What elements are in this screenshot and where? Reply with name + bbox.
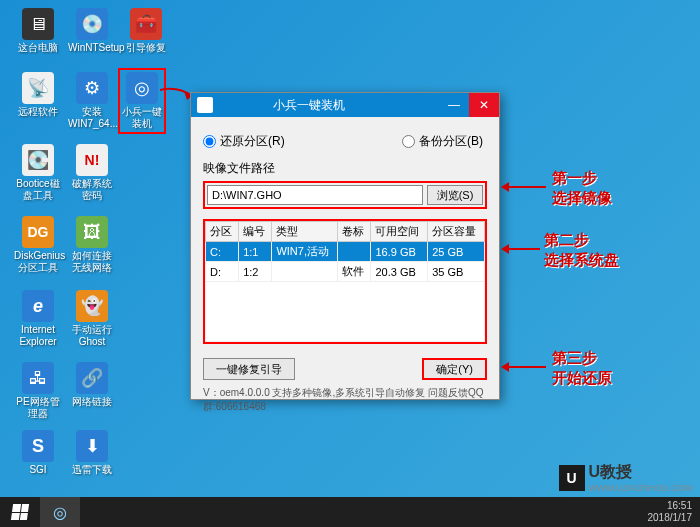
desktop-icon-bootice[interactable]: 💽 Bootice磁盘工具: [14, 144, 62, 202]
icon-label: PE网络管理器: [14, 396, 62, 420]
system-tray[interactable]: 16:51 2018/1/17: [648, 500, 701, 524]
desktop-icon-pe-network[interactable]: 🖧 PE网络管理器: [14, 362, 62, 420]
path-label: 映像文件路径: [203, 160, 487, 177]
col-volume: 卷标: [338, 222, 371, 242]
partition-table[interactable]: 分区 编号 类型 卷标 可用空间 分区容量 C: 1:1 WIN7,活动 16: [203, 219, 487, 344]
image-icon: 🖼: [76, 216, 108, 248]
desktop-icon-boot-repair[interactable]: 🧰 引导修复: [122, 8, 170, 54]
col-type: 类型: [272, 222, 338, 242]
network-icon: 🖧: [22, 362, 54, 394]
taskbar-app-icon[interactable]: ◎: [40, 497, 80, 527]
icon-label: Internet Explorer: [14, 324, 62, 348]
dg-icon: DG: [22, 216, 54, 248]
monitor-icon: 🖥: [22, 8, 54, 40]
col-partition: 分区: [206, 222, 239, 242]
desktop-icon-network-connections[interactable]: 🔗 网络链接: [68, 362, 116, 408]
desktop-icon-diskgenius[interactable]: DG DiskGenius分区工具: [14, 216, 62, 274]
ie-icon: e: [22, 290, 54, 322]
tray-date: 2018/1/17: [648, 512, 693, 524]
disk-icon: 💽: [22, 144, 54, 176]
icon-label: 安装WIN7_64...: [68, 106, 116, 130]
col-size: 分区容量: [428, 222, 485, 242]
desktop-icon-remote[interactable]: 📡 远程软件: [14, 72, 62, 118]
disc-icon: 💿: [76, 8, 108, 40]
icon-label: 如何连接无线网络: [68, 250, 116, 274]
ghost-icon: 👻: [76, 290, 108, 322]
desktop-icon-thunder[interactable]: ⬇ 迅雷下载: [68, 430, 116, 476]
table-row[interactable]: C: 1:1 WIN7,活动 16.9 GB 25 GB: [206, 242, 485, 262]
icon-label: 网络链接: [68, 396, 116, 408]
icon-label: 破解系统密码: [68, 178, 116, 202]
icon-label: 迅雷下载: [68, 464, 116, 476]
radio-restore-input[interactable]: [203, 135, 216, 148]
icon-label: 小兵一键装机: [122, 106, 162, 130]
desktop-icon-winntsetup[interactable]: 💿 WinNTSetup: [68, 8, 116, 54]
desktop-icon-ie[interactable]: e Internet Explorer: [14, 290, 62, 348]
sgi-icon: S: [22, 430, 54, 462]
image-path-input[interactable]: [207, 185, 423, 205]
icon-label: 引导修复: [122, 42, 170, 54]
annotation-step2: 第二步 选择系统盘: [544, 230, 619, 270]
radio-backup[interactable]: 备份分区(B): [402, 133, 483, 150]
app-icon: ◎: [126, 72, 158, 104]
icon-label: WinNTSetup: [68, 42, 116, 54]
icon-label: SGI: [14, 464, 62, 476]
download-icon: ⬇: [76, 430, 108, 462]
icon-label: 手动运行Ghost: [68, 324, 116, 348]
start-button[interactable]: [0, 497, 40, 527]
remote-icon: 📡: [22, 72, 54, 104]
repair-boot-button[interactable]: 一键修复引导: [203, 358, 295, 380]
toolbox-icon: 🧰: [130, 8, 162, 40]
radio-restore[interactable]: 还原分区(R): [203, 133, 285, 150]
arrow-step2: [504, 248, 540, 250]
close-button[interactable]: ✕: [469, 93, 499, 117]
gear-icon: ⚙: [76, 72, 108, 104]
table-header-row: 分区 编号 类型 卷标 可用空间 分区容量: [206, 222, 485, 242]
icon-label: Bootice磁盘工具: [14, 178, 62, 202]
minimize-button[interactable]: —: [439, 93, 469, 117]
desktop-icon-xiaobing[interactable]: ◎ 小兵一键装机: [118, 68, 166, 134]
desktop-icon-install-win7[interactable]: ⚙ 安装WIN7_64...: [68, 72, 116, 130]
table-row[interactable]: D: 1:2 软件 20.3 GB 35 GB: [206, 262, 485, 282]
col-free: 可用空间: [371, 222, 428, 242]
desktop-icon-ghost[interactable]: 👻 手动运行Ghost: [68, 290, 116, 348]
nt-icon: N!: [76, 144, 108, 176]
annotation-step3: 第三步 开始还原: [552, 348, 612, 388]
logo-icon: U: [559, 465, 585, 491]
arrow-step3: [504, 366, 546, 368]
tray-time: 16:51: [648, 500, 693, 512]
link-icon: 🔗: [76, 362, 108, 394]
radio-backup-input[interactable]: [402, 135, 415, 148]
version-info: V：oem4.0.0.0 支持多种镜像,多系统引导自动修复 问题反馈QQ群:60…: [203, 380, 487, 414]
app-title-icon: [197, 97, 213, 113]
icon-label: DiskGenius分区工具: [14, 250, 62, 274]
path-row: 浏览(S): [203, 181, 487, 209]
radio-label: 还原分区(R): [220, 133, 285, 150]
arrow-step1: [504, 186, 546, 188]
browse-button[interactable]: 浏览(S): [427, 185, 483, 205]
desktop-icon-this-pc[interactable]: 🖥 这台电脑: [14, 8, 62, 54]
watermark-logo: U U教授 WWW.UJIAOSHOU.COM: [559, 462, 693, 493]
app-window: 小兵一键装机 — ✕ 还原分区(R) 备份分区(B) 映像文件路径 浏览(S): [190, 92, 500, 400]
icon-label: 远程软件: [14, 106, 62, 118]
ok-button[interactable]: 确定(Y): [422, 358, 487, 380]
desktop-icon-wifi-guide[interactable]: 🖼 如何连接无线网络: [68, 216, 116, 274]
annotation-step1: 第一步 选择镜像: [552, 168, 612, 208]
desktop-icon-sgi[interactable]: S SGI: [14, 430, 62, 476]
titlebar[interactable]: 小兵一键装机 — ✕: [191, 93, 499, 117]
windows-icon: [11, 504, 29, 520]
radio-label: 备份分区(B): [419, 133, 483, 150]
taskbar[interactable]: ◎ 16:51 2018/1/17: [0, 497, 700, 527]
col-index: 编号: [239, 222, 272, 242]
icon-label: 这台电脑: [14, 42, 62, 54]
window-title: 小兵一键装机: [219, 97, 439, 114]
desktop-icon-crack-password[interactable]: N! 破解系统密码: [68, 144, 116, 202]
